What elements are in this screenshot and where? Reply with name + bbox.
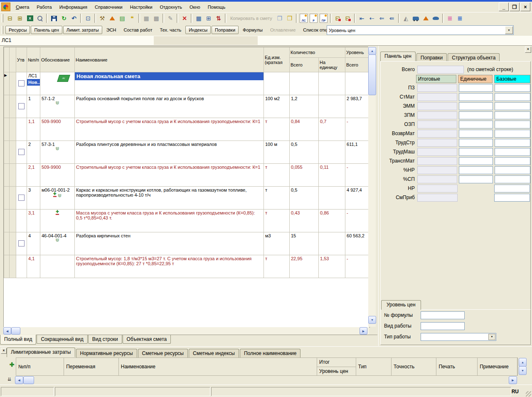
price-field-base[interactable]: [495, 102, 530, 110]
cell-name[interactable]: Строительный мусор с учетом класса груза…: [75, 164, 264, 187]
resize-grip[interactable]: [526, 391, 531, 397]
cell-num[interactable]: 4: [27, 232, 40, 255]
column-itog-level[interactable]: ИтогУровень цен: [317, 358, 356, 375]
row-marker-cell[interactable]: [4, 232, 10, 255]
header-qty-total[interactable]: Всего: [290, 58, 319, 72]
print-icon[interactable]: ▦: [141, 13, 151, 23]
cell-utv[interactable]: [16, 164, 27, 187]
header-qty-per[interactable]: На единицу: [319, 58, 345, 72]
row-marker-cell[interactable]: ▶: [4, 72, 10, 95]
table-row[interactable]: 446-04-001-4⋓Разборка кирпичных стенм315…: [4, 232, 369, 255]
price-field-unit[interactable]: [459, 84, 493, 92]
cell-unit[interactable]: м3: [264, 232, 290, 255]
panel-button[interactable]: Формулы: [239, 26, 266, 34]
price-field-base[interactable]: [495, 148, 530, 156]
cell-qty-total[interactable]: 1,2: [290, 95, 319, 118]
chevron-down-icon[interactable]: ▼: [505, 26, 513, 34]
cell-qty-total[interactable]: 0,43: [290, 210, 319, 232]
column-num[interactable]: №п/п: [16, 358, 64, 375]
cell-basis[interactable]: 46-04-001-4⋓: [40, 232, 75, 255]
column-chip-itogovye[interactable]: Итоговые: [416, 75, 456, 83]
books-blue-icon[interactable]: ≣: [455, 13, 465, 23]
cell-level-total[interactable]: 60 563,2: [345, 232, 369, 255]
bottom-panel-tab[interactable]: Сметные индексы: [189, 349, 239, 358]
cell-unit[interactable]: т: [264, 255, 290, 278]
row-icon-cell[interactable]: [10, 118, 16, 141]
view-tab[interactable]: Сокращенный вид: [37, 335, 87, 344]
cell-utv[interactable]: [16, 232, 27, 255]
cell-name[interactable]: Строительный мусор: 1,8 т/м3*15 м3=27 т.…: [75, 255, 264, 278]
collapse-chevron-icon[interactable]: ⇊: [7, 377, 11, 382]
cell-qty-per[interactable]: [319, 72, 345, 95]
header-basis[interactable]: Обоснование: [40, 47, 75, 72]
outdent-all-icon[interactable]: ⇚: [387, 13, 397, 23]
table-row[interactable]: 2,1509-9900Строительный мусор с учетом к…: [4, 164, 369, 187]
undo-icon[interactable]: ↶: [69, 13, 79, 23]
price-field-total[interactable]: [417, 175, 458, 183]
add-row-icon[interactable]: ✚: [8, 361, 15, 368]
cell-unit[interactable]: т: [264, 210, 290, 232]
price-field-total[interactable]: [417, 102, 458, 110]
formula-number-input[interactable]: [421, 311, 465, 319]
cell-utv[interactable]: [16, 210, 27, 232]
cell-num[interactable]: 2: [27, 141, 40, 164]
menu-item[interactable]: Настройки: [126, 3, 156, 11]
column-print[interactable]: Печать: [436, 358, 478, 375]
cell-unit[interactable]: 100 м: [264, 141, 290, 164]
cell-qty-per[interactable]: [319, 187, 345, 210]
price-field-base[interactable]: [494, 185, 530, 192]
price-field-base[interactable]: [494, 194, 530, 202]
bottom-panel-tab[interactable]: Лимитированные затраты: [7, 348, 75, 357]
panel-button[interactable]: Лимит. затраты: [63, 26, 102, 34]
row-marker-cell[interactable]: [4, 95, 10, 118]
hscroll-thumb[interactable]: [11, 327, 20, 335]
restore-button[interactable]: ❐: [510, 2, 520, 11]
column-name[interactable]: Наименование: [119, 358, 317, 375]
cell-name[interactable]: Разборка плинтусов деревянных и из пласт…: [75, 141, 264, 164]
panel-button[interactable]: Индексы: [185, 26, 211, 34]
materials-pile-icon[interactable]: [421, 13, 431, 23]
panel-button[interactable]: Поправки: [212, 26, 239, 34]
panel-button[interactable]: Состав работ: [121, 26, 156, 34]
view-tab[interactable]: Полный вид: [0, 335, 36, 345]
panel-button[interactable]: Тех. часть: [156, 26, 185, 34]
cell-level-total[interactable]: [345, 72, 369, 95]
table-row[interactable]: 4,1Строительный мусор: 1,8 т/м3*15 м3=27…: [4, 255, 369, 278]
table-row[interactable]: 3,1✚▬Масса мусора с учетом класса груза …: [4, 210, 369, 232]
books-pink-icon[interactable]: ≣: [445, 13, 455, 23]
cell-name[interactable]: Разборка кирпичных стен: [75, 232, 264, 255]
tab-object-structure[interactable]: Структура объекта: [448, 53, 500, 62]
price-field-total[interactable]: [417, 157, 458, 165]
menu-item[interactable]: Справочники: [91, 3, 126, 11]
row-checkbox[interactable]: [18, 240, 25, 247]
panel-button[interactable]: Панель цен: [31, 26, 62, 34]
price-field-unit[interactable]: [459, 139, 493, 147]
insert-position-icon[interactable]: ⊞: [15, 13, 25, 23]
row-checkbox[interactable]: [18, 103, 25, 109]
row-icon-cell[interactable]: [10, 210, 16, 232]
prices-doc-icon[interactable]: ПР: [319, 13, 329, 23]
price-field-total[interactable]: [417, 139, 458, 147]
row-icon-cell[interactable]: [10, 187, 16, 210]
tab-price-level[interactable]: Уровень цен: [381, 300, 421, 310]
close-icon[interactable]: x: [525, 47, 531, 53]
bottom-scroll-right-button[interactable]: ▶: [509, 376, 517, 384]
cell-level-total[interactable]: -: [345, 210, 369, 232]
cell-utv[interactable]: [16, 72, 27, 95]
cell-qty-per[interactable]: 1,53: [319, 255, 345, 278]
bottom-scroll-down-button[interactable]: ▼: [519, 366, 527, 375]
cell-level-total[interactable]: -: [345, 255, 369, 278]
row-icon-cell[interactable]: [10, 232, 16, 255]
save-icon[interactable]: [49, 13, 59, 23]
column-chip-bazovye[interactable]: Базовые: [494, 75, 530, 83]
column-type[interactable]: Тип: [356, 358, 392, 375]
cell-qty-total[interactable]: 0,055: [290, 164, 319, 187]
price-field-base[interactable]: [495, 139, 530, 147]
price-field-base[interactable]: [495, 130, 530, 138]
work-kind-input[interactable]: [421, 322, 465, 330]
cell-utv[interactable]: [16, 187, 27, 210]
menu-item[interactable]: Информация: [56, 3, 91, 11]
cell-name[interactable]: Каркас и каркасные конструкции котлов, р…: [75, 187, 264, 210]
cell-num[interactable]: 1,1: [27, 118, 40, 141]
minimize-button[interactable]: _: [499, 2, 509, 11]
